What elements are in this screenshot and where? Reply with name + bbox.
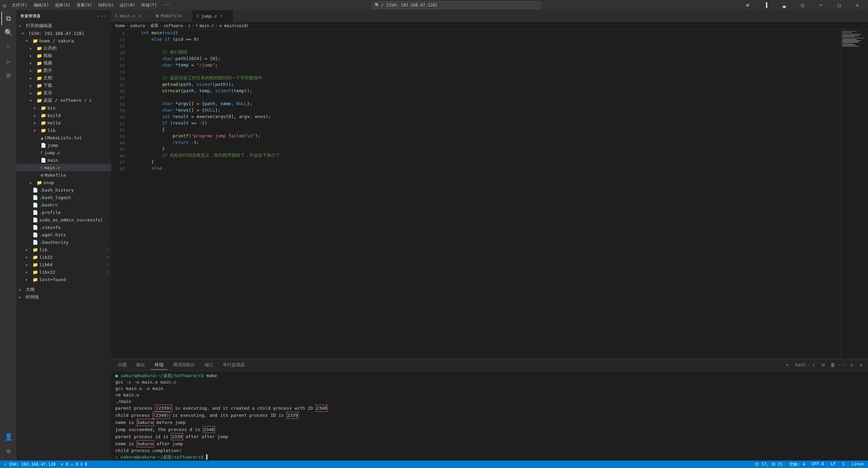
file-cmake[interactable]: ▲ CMakeLists.txt — [16, 134, 111, 141]
activity-bar: ⧉ 🔍 ⑂ ▷ ⊞ 👤 ⚙ — [0, 10, 16, 461]
bc-c[interactable]: c — [188, 23, 191, 28]
home-folder[interactable]: 📁 home / sakura — [16, 37, 111, 44]
folder-templates[interactable]: 📁 模板 — [16, 52, 111, 59]
terminal-content[interactable]: ● sakura@sakura:~/桌面/software/c$ make gc… — [111, 371, 868, 461]
tab-makefile[interactable]: ⚙ Makefile — [152, 10, 193, 22]
more-terminal[interactable]: ··· — [838, 361, 846, 369]
file-makefile[interactable]: ⚙ Makefile — [16, 171, 111, 179]
sidebar-icon[interactable]: ▐ — [758, 0, 774, 10]
folder-pictures[interactable]: 📁 图片 — [16, 67, 111, 74]
menu-file[interactable]: 文件(F) — [9, 2, 30, 9]
bc-function[interactable]: ⊙ main(void) — [219, 23, 249, 28]
bc-sakura[interactable]: sakura — [130, 23, 145, 28]
file-jump-c[interactable]: C jump.c — [16, 149, 111, 156]
chevron-up[interactable]: ∧ — [848, 361, 856, 369]
status-position[interactable]: 行 57, 列 21 — [754, 462, 784, 467]
status-os[interactable]: Linux — [850, 462, 865, 467]
activity-search[interactable]: 🔍 — [1, 26, 15, 39]
bc-home[interactable]: home — [115, 23, 125, 28]
tab-terminal[interactable]: 终端 — [151, 360, 167, 370]
split-icon[interactable]: ◫ — [795, 0, 810, 10]
folder-lost-found[interactable]: 📁 lost+found — [16, 276, 111, 283]
folder-public[interactable]: 📁 公共的 — [16, 44, 111, 52]
bc-main-c[interactable]: main.c — [199, 23, 214, 28]
activity-explorer[interactable]: ⧉ — [1, 12, 15, 25]
folder-snap[interactable]: 📁 snap — [16, 179, 111, 186]
tab-serial[interactable]: 串行监视器 — [219, 360, 249, 369]
file-profile[interactable]: 📄 .profile — [16, 209, 111, 216]
layout-icon[interactable]: ⊞ — [740, 0, 755, 10]
tab-jump-c[interactable]: C jump.c × — [193, 10, 233, 22]
file-viminfo[interactable]: 📄 .viminfo — [16, 223, 111, 231]
status-encoding[interactable]: UTF-8 — [810, 462, 825, 467]
tab-main-c-close[interactable]: × — [139, 14, 141, 18]
folder-videos[interactable]: 📁 视频 — [16, 59, 111, 67]
code-editor[interactable]: 8 22 29 30 31 32 33 34 35 36 37 38 39 40… — [111, 30, 868, 359]
menu-run[interactable]: 运行(R) — [117, 2, 138, 9]
chevron-down[interactable]: ∨ — [857, 361, 865, 369]
outline-header[interactable]: 大纲 — [16, 286, 111, 293]
status-language[interactable]: C — [841, 462, 846, 467]
tab-main-c[interactable]: C main.c × — [111, 10, 152, 22]
menu-more[interactable]: ··· — [160, 2, 173, 9]
folder-lib64[interactable]: 📁 lib64 ↑ — [16, 261, 111, 268]
status-ssh[interactable]: ⚡ SSH: 192.168.47.128 — [3, 462, 57, 467]
sudo-label: sudo_as_admin_successful — [39, 217, 103, 222]
status-errors[interactable]: ✗ 0 ⚠ 0 ℹ 0 — [60, 462, 88, 467]
file-xauth[interactable]: 📄 .Xauthority — [16, 238, 111, 246]
tab-debug-console[interactable]: 调试控制台 — [169, 360, 199, 369]
sidebar-content[interactable]: 打开的编辑器 [SSH: 192.168.47.128] 📁 home / sa… — [16, 22, 111, 461]
status-spaces[interactable]: 空格: 4 — [788, 462, 806, 467]
file-wget[interactable]: 📄 .wget-hsts — [16, 231, 111, 238]
menu-view[interactable]: 查看(V) — [74, 2, 95, 9]
add-terminal[interactable]: + — [783, 361, 791, 369]
file-sudo[interactable]: 📄 sudo_as_admin_successful — [16, 216, 111, 223]
tab-ports[interactable]: 端口 — [200, 360, 217, 369]
file-main[interactable]: 📄 main — [16, 156, 111, 164]
activity-git[interactable]: ⑂ — [1, 40, 15, 54]
build-arrow — [34, 114, 39, 117]
folder-downloads[interactable]: 📁 下载 — [16, 82, 111, 89]
status-line-ending[interactable]: LF — [829, 462, 837, 467]
split-terminal[interactable]: ⊟ — [819, 361, 827, 369]
bc-software[interactable]: software — [163, 23, 183, 28]
ssh-root[interactable]: [SSH: 192.168.47.128] — [16, 30, 111, 37]
close-button[interactable]: × — [850, 0, 865, 10]
maximize-button[interactable]: □ — [831, 0, 847, 10]
activity-extensions[interactable]: ⊞ — [1, 69, 15, 82]
folder-music[interactable]: 📁 音乐 — [16, 89, 111, 97]
panel-icon[interactable]: ▃ — [776, 0, 792, 10]
search-bar[interactable]: 🔍 / [SSH: 192.168.47.128] — [372, 1, 541, 9]
file-jump[interactable]: 📄 jump — [16, 141, 111, 149]
activity-run[interactable]: ▷ — [1, 54, 15, 68]
folder-lib-sub[interactable]: 📁 lib — [16, 126, 111, 134]
folder-docs[interactable]: 📁 文档 — [16, 74, 111, 82]
folder-lib-root[interactable]: 📁 lib ↑ — [16, 246, 111, 253]
timeline-header[interactable]: 时间线 — [16, 293, 111, 301]
folder-lib32[interactable]: 📁 lib32 ↑ — [16, 253, 111, 261]
file-bashrc[interactable]: 📄 .bashrc — [16, 201, 111, 209]
tab-jump-c-close[interactable]: × — [220, 14, 223, 18]
bc-desktop[interactable]: 桌面 — [150, 23, 158, 28]
menu-goto[interactable]: 转到(G) — [96, 2, 117, 9]
minimize-button[interactable]: ─ — [813, 0, 829, 10]
folder-bin[interactable]: 📁 bin — [16, 104, 111, 112]
folder-build[interactable]: 📁 build — [16, 112, 111, 119]
activity-account[interactable]: 👤 — [1, 430, 15, 444]
file-bash-history[interactable]: 📄 .bash_history — [16, 186, 111, 194]
folder-software[interactable]: 📁 桌面 / software / c — [16, 97, 111, 104]
menu-edit[interactable]: 编辑(E) — [31, 2, 52, 9]
open-editors-header[interactable]: 打开的编辑器 — [16, 22, 111, 30]
menu-select[interactable]: 选择(S) — [52, 2, 73, 9]
activity-settings[interactable]: ⚙ — [1, 444, 15, 458]
file-bash-logout[interactable]: 📄 .bash_logout — [16, 194, 111, 201]
sidebar-options[interactable]: ··· — [96, 13, 107, 19]
tab-problems[interactable]: 问题 — [114, 360, 131, 369]
folder-libx32[interactable]: 📁 libx32 ↑ — [16, 268, 111, 276]
folder-hello[interactable]: 📁 hello — [16, 119, 111, 126]
file-main-c[interactable]: C main.c — [16, 164, 111, 171]
tab-output[interactable]: 输出 — [132, 360, 149, 369]
menu-terminal[interactable]: 终端(T) — [139, 2, 160, 9]
trash-terminal[interactable]: 🗑 — [829, 361, 837, 369]
tab-jump-c-label: jump.c — [201, 14, 217, 19]
